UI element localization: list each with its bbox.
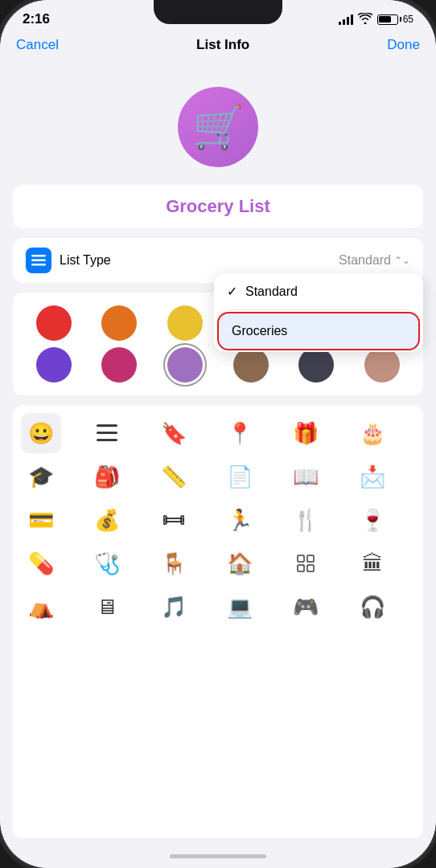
grid-icon-headphones[interactable]: 🎧 — [352, 587, 393, 627]
grid-icon-pin[interactable]: 📍 — [220, 413, 260, 453]
home-bar — [170, 854, 266, 858]
list-type-label: List Type — [60, 253, 111, 268]
color-dark[interactable] — [298, 347, 334, 383]
icon-section: 🛒 — [13, 71, 423, 175]
chevron-updown-icon: ⌃⌄ — [394, 255, 410, 266]
svg-rect-11 — [298, 565, 304, 571]
grid-icon-backpack[interactable]: 🎒 — [87, 457, 127, 497]
svg-rect-5 — [97, 439, 117, 441]
grid-icon-graduation[interactable]: 🎓 — [21, 457, 61, 497]
list-type-value: Standard — [339, 253, 391, 268]
grid-icon-building[interactable]: 🏛 — [352, 543, 393, 583]
cancel-button[interactable]: Cancel — [16, 37, 59, 53]
checkmark-icon: ✓ — [227, 284, 237, 299]
color-lavender[interactable] — [167, 347, 203, 383]
grid-icon-cake[interactable]: 🎂 — [352, 413, 393, 453]
grid-icon-running[interactable]: 🏃 — [220, 500, 260, 540]
grid-icon-laptop[interactable]: 💻 — [220, 587, 260, 627]
dropdown-item-label: Groceries — [232, 324, 287, 338]
grid-icon-card[interactable]: 💳 — [21, 500, 61, 540]
battery-level: 65 — [403, 14, 413, 25]
grid-icon-book[interactable]: 📖 — [286, 457, 326, 497]
battery-icon: 65 — [377, 14, 413, 25]
grid-icon-inbox[interactable]: 📩 — [352, 457, 393, 497]
home-indicator — [0, 848, 436, 868]
svg-rect-2 — [31, 264, 46, 266]
grid-icon-medicine[interactable]: 💊 — [21, 543, 61, 583]
list-type-right: Standard ⌃⌄ — [339, 253, 410, 268]
list-type-dropdown[interactable]: ✓ Standard Groceries — [214, 273, 423, 352]
grid-icon-tent[interactable]: ⛺ — [21, 587, 61, 627]
grid-icon-bookmark[interactable]: 🔖 — [154, 413, 194, 453]
nav-title: List Info — [196, 37, 249, 53]
wifi-icon — [358, 13, 372, 27]
grid-icon-document[interactable]: 📄 — [220, 457, 260, 497]
svg-rect-3 — [97, 424, 117, 427]
svg-rect-4 — [97, 432, 117, 434]
list-name: Grocery List — [166, 196, 270, 216]
icon-grid-section: 😀 🔖 📍 🎁 🎂 🎓 🎒 📏 — [13, 405, 423, 838]
grid-icon-wine[interactable]: 🍷 — [352, 500, 393, 540]
grid-icon-chair[interactable]: 🪑 — [154, 543, 194, 583]
screen: 2:16 — [0, 0, 436, 868]
grid-icon-home[interactable]: 🏠 — [220, 543, 260, 583]
svg-rect-1 — [31, 260, 46, 262]
grid-icon-gamepad[interactable]: 🎮 — [286, 587, 326, 627]
list-icon-circle[interactable]: 🛒 — [178, 87, 258, 167]
color-pink[interactable] — [101, 347, 137, 383]
signal-icon — [339, 14, 353, 25]
list-type-row[interactable]: List Type Standard ⌃⌄ ✓ Standard Groceri… — [13, 238, 423, 283]
list-type-icon — [26, 248, 51, 273]
done-button[interactable]: Done — [387, 37, 420, 53]
color-purple[interactable] — [36, 347, 72, 383]
svg-rect-12 — [307, 565, 314, 571]
phone-frame: 2:16 — [0, 0, 436, 868]
dropdown-item-standard[interactable]: ✓ Standard — [214, 273, 423, 309]
svg-rect-9 — [298, 555, 304, 562]
dropdown-item-label: Standard — [245, 285, 298, 299]
list-type-left: List Type — [26, 248, 111, 273]
grid-icon-money[interactable]: 💰 — [87, 500, 127, 540]
svg-rect-10 — [307, 555, 314, 562]
grid-icon-workout[interactable] — [154, 500, 194, 540]
grid-icon-grid[interactable] — [286, 543, 326, 583]
color-brown[interactable] — [233, 347, 269, 383]
nav-bar: Cancel List Info Done — [0, 34, 436, 61]
grid-icon-music[interactable]: 🎵 — [154, 587, 194, 627]
color-yellow[interactable] — [167, 305, 203, 341]
content-area: 🛒 Grocery List List Type — [0, 61, 436, 848]
status-icons: 65 — [339, 13, 413, 27]
grid-icon-ruler[interactable]: 📏 — [154, 457, 194, 497]
dropdown-divider — [227, 309, 410, 310]
dropdown-item-groceries[interactable]: Groceries — [217, 312, 420, 350]
notch — [154, 0, 282, 24]
cart-icon: 🛒 — [192, 103, 245, 152]
color-red[interactable] — [36, 305, 72, 341]
grid-icon-utensils[interactable]: 🍴 — [286, 500, 326, 540]
grid-icon-stethoscope[interactable]: 🩺 — [87, 543, 127, 583]
color-orange[interactable] — [101, 305, 137, 341]
grid-icon-emoji[interactable]: 😀 — [21, 413, 61, 453]
status-time: 2:16 — [23, 11, 50, 27]
svg-rect-0 — [31, 255, 46, 257]
color-mauve[interactable] — [364, 347, 400, 383]
grid-icon-gift[interactable]: 🎁 — [286, 413, 326, 453]
grid-icon-monitor[interactable]: 🖥 — [87, 587, 127, 627]
name-field[interactable]: Grocery List — [13, 185, 423, 228]
grid-icon-list[interactable] — [87, 413, 127, 453]
icon-grid: 😀 🔖 📍 🎁 🎂 🎓 🎒 📏 — [21, 413, 415, 627]
